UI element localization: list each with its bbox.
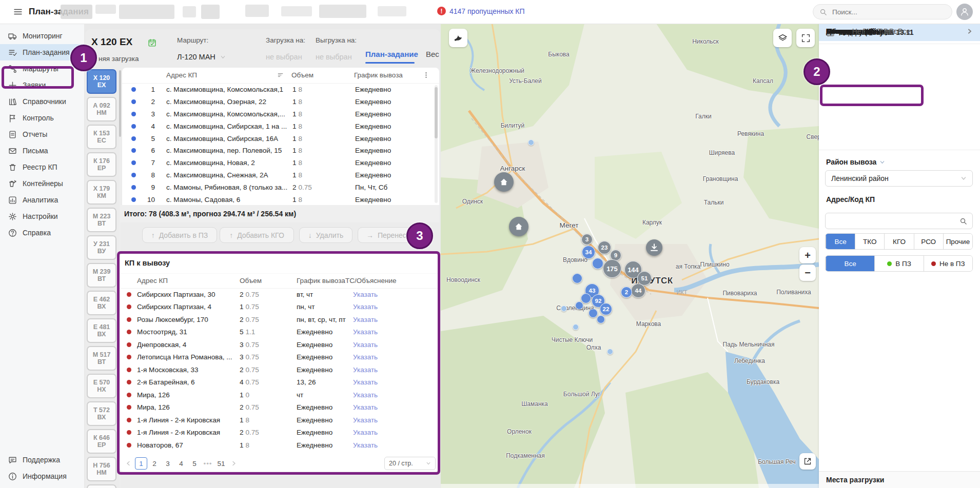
- prev-page-icon[interactable]: [123, 457, 134, 470]
- vehicle-plate[interactable]: Т 572 ВХ: [87, 401, 116, 426]
- add-to-plan-button[interactable]: ↑Добавить в ПЗ: [142, 227, 217, 243]
- pickup-row[interactable]: 1-я Линия - 2-я Кировская 18 Ежедневно У…: [120, 414, 439, 426]
- unload-places-section[interactable]: Места разгрузки: [819, 471, 980, 488]
- map-marker[interactable]: [494, 172, 514, 192]
- map-cluster[interactable]: [592, 258, 603, 269]
- sidebar-item[interactable]: Письма: [0, 143, 84, 159]
- map-cluster[interactable]: [607, 349, 613, 355]
- map-bird-tool-button[interactable]: [449, 29, 467, 47]
- vehicle-plate[interactable]: А 092 НМ: [87, 97, 116, 121]
- specify-link[interactable]: Указать: [353, 291, 439, 298]
- map-cluster[interactable]: [561, 306, 567, 312]
- waste-type-button[interactable]: Прочие: [943, 234, 972, 249]
- vehicle-plate[interactable]: К 646 ЕР: [87, 429, 116, 454]
- specify-link[interactable]: Указать: [353, 316, 439, 323]
- sidebar-item[interactable]: Аналитика: [0, 192, 84, 208]
- unload-value[interactable]: не выбран: [316, 53, 352, 61]
- table-menu-icon[interactable]: [422, 71, 430, 79]
- map-cluster[interactable]: 22: [600, 303, 612, 315]
- waste-type-button[interactable]: ТКО: [855, 234, 884, 249]
- map-cluster[interactable]: 23: [598, 241, 611, 254]
- specify-link[interactable]: Указать: [353, 303, 439, 311]
- vehicle-plate[interactable]: К 153 ЕС: [87, 125, 116, 149]
- map-cluster[interactable]: [575, 301, 583, 310]
- tab-plan-task[interactable]: План-задание: [365, 50, 418, 58]
- sidebar-bottom-item[interactable]: Информация: [0, 468, 84, 484]
- map-cluster[interactable]: [573, 324, 579, 330]
- vehicle-plate[interactable]: М 517 ВТ: [87, 346, 116, 371]
- pickup-row[interactable]: Сибирских Партизан, 30 20.75 вт, чт Указ…: [120, 288, 439, 301]
- page-button[interactable]: 4: [175, 457, 187, 470]
- pickup-row[interactable]: 1-я Линия - 2-я Кировская 20.75 Ежедневн…: [120, 426, 439, 439]
- vehicle-plate[interactable]: М 223 ВТ: [87, 208, 116, 232]
- sort-icon[interactable]: [277, 71, 285, 79]
- in-plan-button[interactable]: Все: [826, 256, 874, 271]
- sidebar-item[interactable]: Заявки: [0, 77, 84, 93]
- route-select[interactable]: Л-120 МАН: [177, 53, 259, 61]
- sidebar-item[interactable]: Контроль: [0, 110, 84, 126]
- zoom-out-button[interactable]: −: [799, 265, 816, 281]
- specify-link[interactable]: Указать: [353, 341, 439, 349]
- pickup-row[interactable]: Летописца Нита Романова, ... 30.75 Ежедн…: [120, 351, 439, 364]
- vehicle-plate[interactable]: К 176 ЕР: [87, 152, 116, 177]
- district-select[interactable]: Ленинский район: [825, 170, 973, 187]
- map-marker[interactable]: [646, 239, 662, 256]
- global-search[interactable]: [813, 4, 952, 19]
- table-row[interactable]: 4 с. Максимовщина, Сибирская, 1 на ... 1…: [122, 120, 439, 132]
- menu-toggle-icon[interactable]: [13, 7, 23, 16]
- map-cluster[interactable]: [589, 309, 598, 318]
- user-avatar[interactable]: [956, 4, 973, 20]
- address-code-input[interactable]: [825, 213, 973, 229]
- waste-type-button[interactable]: КГО: [884, 234, 913, 249]
- table-row[interactable]: 10 с. Мамоны, Садовая, 6 18 Ежедневно: [122, 193, 439, 205]
- delete-button[interactable]: ↓Удалить: [299, 227, 352, 243]
- vehicle-plate[interactable]: У 231 ВУ: [87, 235, 116, 260]
- map-cluster[interactable]: 175: [603, 259, 621, 278]
- map-fullscreen-button[interactable]: [796, 29, 815, 47]
- page-button[interactable]: 2: [148, 457, 161, 470]
- pickup-row[interactable]: 1-я Московская, 33 20.75 Ежедневно Указа…: [120, 363, 439, 376]
- calendar-check-icon[interactable]: [148, 38, 156, 47]
- map-cluster[interactable]: 34: [582, 246, 595, 259]
- sidebar-item[interactable]: Справочники: [0, 93, 84, 110]
- table-row[interactable]: 7 с. Максимовщина, Новая, 2 18 Ежедневно: [122, 157, 439, 169]
- specify-link[interactable]: Указать: [353, 328, 439, 336]
- sidebar-item[interactable]: Отчеты: [0, 126, 84, 143]
- tab-weight[interactable]: Вес: [426, 50, 439, 58]
- map-cluster[interactable]: [581, 293, 591, 303]
- page-button[interactable]: 51: [215, 457, 227, 470]
- map-cluster[interactable]: [597, 315, 605, 323]
- sidebar-item[interactable]: Настройки: [0, 208, 84, 225]
- table-row[interactable]: 2 с. Максимовщина, Озерная, 22 18 Ежедне…: [122, 96, 439, 108]
- pickup-row[interactable]: Днепровская, 4 30.75 Ежедневно Указать: [120, 338, 439, 351]
- table-row[interactable]: 6 с. Максимовщина, пер. Полевой, 15 18 Е…: [122, 145, 439, 157]
- vehicle-plate[interactable]: Х 875 КЕ: [87, 484, 116, 488]
- map-cluster[interactable]: 2: [621, 287, 632, 298]
- pickup-row[interactable]: Сибирских Партизан, 4 10.75 пн, чт Указа…: [120, 301, 439, 314]
- map-cluster[interactable]: 44: [631, 283, 645, 298]
- map-marker[interactable]: [509, 217, 528, 236]
- sidebar-item[interactable]: Справка: [0, 225, 84, 241]
- table-row[interactable]: 5 с. Максимовщина, Сибирская, 16А 18 Еже…: [122, 132, 439, 145]
- filter-row[interactable]: Метки Нет: [819, 24, 980, 39]
- table-row[interactable]: 9 с. Мамоны, Рябиновая, 8 (только за... …: [122, 181, 439, 193]
- zoom-in-button[interactable]: +: [799, 247, 816, 263]
- map-cluster[interactable]: [572, 273, 582, 283]
- missed-kp-alert[interactable]: ! 4147 пропущенных КП: [437, 7, 525, 15]
- sidebar-item[interactable]: Контейнеры: [0, 175, 84, 192]
- page-button[interactable]: 5: [188, 457, 201, 470]
- pickup-row[interactable]: Мира, 126 10 чт Указать: [120, 389, 439, 401]
- table-row[interactable]: 1 с. Максимовщина, Комсомольская,1 18 Еж…: [122, 84, 439, 96]
- pickup-row[interactable]: Розы Люксембург, 170 20.75 пн, вт, ср, ч…: [120, 313, 439, 326]
- map-cluster[interactable]: [528, 139, 534, 146]
- waste-type-button[interactable]: РСО: [914, 234, 943, 249]
- search-input[interactable]: [831, 8, 936, 16]
- map[interactable]: НикольскБыковаЖелезнодорожныйУсть-БалейК…: [441, 24, 819, 488]
- pickup-row[interactable]: Мостоотряд, 31 51.1 Ежедневно Указать: [120, 326, 439, 339]
- sidebar-item[interactable]: Мониторинг: [0, 28, 84, 44]
- in-plan-button[interactable]: В ПЗ: [874, 256, 923, 271]
- add-kgo-button[interactable]: ↑Добавить КГО: [220, 227, 294, 243]
- vehicle-plate[interactable]: Е 481 ВХ: [87, 318, 116, 343]
- pickup-row[interactable]: Мира, 126 20.75 Ежедневно Указать: [120, 401, 439, 414]
- specify-link[interactable]: Указать: [353, 429, 439, 436]
